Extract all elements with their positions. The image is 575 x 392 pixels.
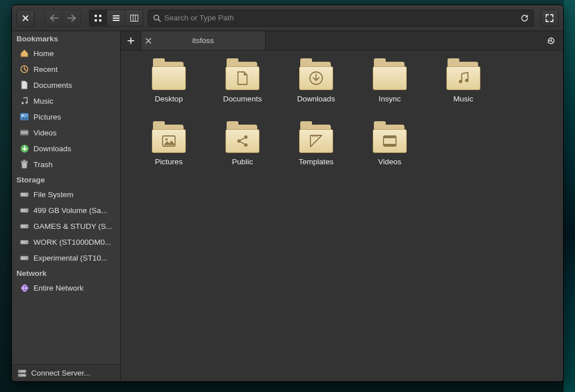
network-icon — [20, 283, 29, 292]
folder-icon — [152, 123, 186, 152]
folder-tile-pictures[interactable]: Pictures — [132, 123, 206, 166]
svg-point-37 — [237, 139, 241, 143]
columns-view-button[interactable] — [125, 10, 143, 27]
trash-icon — [20, 160, 29, 169]
forward-button[interactable] — [63, 10, 81, 27]
history-button[interactable] — [539, 31, 563, 50]
tab-itsfoss[interactable]: itsfoss — [141, 31, 266, 50]
folder-icon — [152, 61, 186, 89]
folder-label: Documents — [223, 95, 262, 103]
sidebar-section-network: Network — [12, 266, 120, 280]
folder-tile-downloads[interactable]: Downloads — [279, 61, 353, 103]
tab-label: itsfoss — [192, 36, 214, 45]
sidebar-item-volume-499[interactable]: 499 GB Volume (Sa... — [12, 202, 120, 218]
folder-tile-public[interactable]: Public — [206, 123, 279, 166]
columns-icon — [130, 15, 138, 22]
svg-point-24 — [26, 242, 27, 243]
plus-icon — [127, 37, 134, 44]
svg-rect-16 — [23, 160, 25, 161]
connect-server-label: Connect Server... — [31, 369, 90, 377]
svg-point-7 — [22, 102, 24, 104]
svg-point-31 — [19, 374, 20, 376]
folder-icon — [373, 123, 407, 152]
new-tab-button[interactable] — [121, 31, 141, 50]
sidebar-item-label: Trash — [33, 160, 53, 169]
sidebar-item-pictures[interactable]: Pictures — [12, 109, 120, 125]
music-icon — [20, 96, 29, 105]
sidebar-item-volume-experimental[interactable]: Experimental (ST10... — [12, 250, 120, 266]
svg-point-10 — [22, 115, 24, 117]
folder-label: Downloads — [297, 95, 335, 103]
sidebar-item-label: Music — [33, 97, 53, 105]
folder-icon — [299, 123, 333, 152]
folder-tile-documents[interactable]: Documents — [206, 61, 279, 103]
folder-glyph-icon — [457, 71, 470, 85]
svg-rect-2 — [95, 19, 97, 22]
svg-point-22 — [26, 226, 27, 227]
svg-rect-41 — [384, 136, 396, 138]
folder-glyph-icon — [309, 71, 323, 86]
sidebar-item-documents[interactable]: Documents — [12, 77, 120, 93]
download-icon — [20, 144, 29, 153]
tab-close-button[interactable] — [146, 38, 151, 44]
back-button[interactable] — [45, 10, 63, 27]
sidebar-item-label: Recent — [33, 65, 58, 74]
folder-tile-desktop[interactable]: Desktop — [132, 61, 206, 103]
documents-icon — [20, 80, 29, 90]
drive-icon — [20, 237, 29, 246]
sidebar-item-label: Downloads — [33, 144, 71, 153]
folder-icon — [225, 123, 259, 152]
folder-label: Pictures — [155, 157, 183, 166]
arrow-right-icon — [67, 15, 76, 22]
sidebar-item-downloads[interactable]: Downloads — [12, 140, 120, 156]
path-search-bar[interactable] — [148, 10, 534, 27]
sidebar-item-music[interactable]: Music — [12, 93, 120, 109]
sidebar-item-entire-network[interactable]: Entire Network — [12, 280, 120, 296]
svg-point-39 — [244, 143, 248, 147]
svg-rect-0 — [95, 15, 97, 17]
view-mode-group — [89, 10, 143, 27]
folder-tile-templates[interactable]: Templates — [279, 123, 353, 166]
sidebar-item-label: Videos — [33, 129, 57, 137]
desktop-wallpaper — [564, 0, 575, 392]
tab-bar: itsfoss — [121, 31, 563, 50]
sidebar-item-volume-games[interactable]: GAMES & STUDY (S... — [12, 218, 120, 234]
folder-tile-music[interactable]: Music — [427, 61, 500, 103]
folder-content[interactable]: Desktop Documents Downloads Insync Music — [121, 50, 563, 381]
path-search-input[interactable] — [164, 14, 517, 22]
folder-tile-insync[interactable]: Insync — [353, 61, 427, 103]
folder-label: Music — [453, 95, 473, 103]
fullscreen-button[interactable] — [540, 10, 559, 27]
icon-view-button[interactable] — [89, 10, 107, 27]
svg-rect-42 — [384, 144, 396, 146]
close-button[interactable] — [16, 10, 35, 27]
list-view-button[interactable] — [107, 10, 125, 27]
toolbar — [12, 5, 563, 31]
nav-group — [45, 10, 81, 27]
svg-rect-13 — [20, 134, 28, 135]
svg-rect-12 — [20, 130, 28, 131]
folder-glyph-icon — [382, 135, 397, 147]
sidebar-item-volume-work[interactable]: WORK (ST1000DM0... — [12, 234, 120, 250]
sidebar-item-trash[interactable]: Trash — [12, 156, 120, 172]
connect-server-button[interactable]: Connect Server... — [12, 364, 120, 381]
main-panel: itsfoss Desktop Documents — [121, 31, 563, 381]
sidebar-item-recent[interactable]: Recent — [12, 61, 120, 77]
refresh-icon[interactable] — [521, 14, 529, 22]
sidebar: Bookmarks Home Recent Documents Music — [12, 31, 121, 381]
drive-icon — [20, 190, 29, 199]
sidebar-item-label: GAMES & STUDY (S... — [33, 222, 112, 231]
folder-icon — [299, 61, 333, 89]
server-icon — [18, 369, 27, 377]
folder-tile-videos[interactable]: Videos — [353, 123, 427, 166]
sidebar-item-filesystem[interactable]: File System — [12, 186, 120, 202]
folder-glyph-icon — [236, 134, 249, 148]
sidebar-item-home[interactable]: Home — [12, 45, 120, 61]
sidebar-item-label: Entire Network — [33, 284, 84, 292]
svg-rect-3 — [99, 19, 101, 22]
home-icon — [20, 49, 29, 58]
close-icon — [146, 38, 151, 44]
sidebar-section-bookmarks: Bookmarks — [12, 31, 120, 45]
sidebar-item-videos[interactable]: Videos — [12, 125, 120, 140]
folder-label: Templates — [299, 157, 334, 166]
